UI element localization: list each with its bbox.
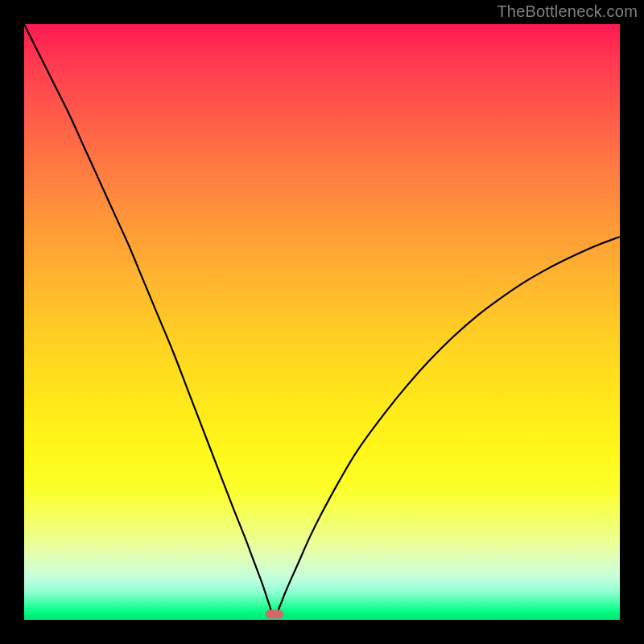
watermark-text: TheBottleneck.com — [497, 2, 638, 21]
optimal-point-marker — [266, 609, 283, 618]
chart-frame: TheBottleneck.com — [0, 0, 644, 644]
plot-area — [24, 24, 620, 620]
bottleneck-curve — [24, 24, 620, 620]
